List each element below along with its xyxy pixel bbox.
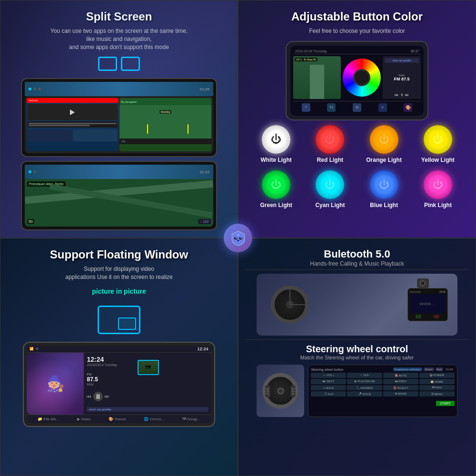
app-color[interactable]: 🎨 <box>404 103 412 112</box>
floating-window-icon <box>98 306 140 334</box>
app-theme[interactable]: Th <box>327 103 336 112</box>
blue-label: Blue Light <box>370 202 398 208</box>
white-label: White Light <box>260 157 291 163</box>
map-device-mockup: 01:02 Prenzlauer Allee, Berlin 50 ↑ 110 <box>21 161 217 230</box>
power-yellow: ⏻ <box>433 133 443 146</box>
ctrl-menu[interactable]: ☰ MENU <box>419 391 455 397</box>
svg-point-2 <box>235 237 237 238</box>
chrome-icon[interactable]: 🌐 Chrom... <box>144 417 164 421</box>
ctrl-mute[interactable]: 🔇 MUTE <box>383 373 418 378</box>
unit-nav: UR 4 - Te Ropa Rd <box>293 56 341 99</box>
app-steering[interactable]: St <box>353 103 361 112</box>
ctrl-answer[interactable]: 📞 ANSWER <box>347 385 382 390</box>
bt-icon: ⚙ <box>36 347 39 351</box>
ctrl-vol-minus[interactable]: ↔ VOL- <box>347 373 382 378</box>
pink-label: Pink Light <box>424 202 452 208</box>
color-panel-subtitle: Feel free to choose your favorite color <box>309 27 405 35</box>
ctrl-btns-grid: ↔ VOL+ ↔ VOL- 🔇 MUTE ⏻ POWER ⏭ NEXT <box>311 373 454 397</box>
steer-left-controls <box>266 385 270 397</box>
ctrl-vol-plus[interactable]: ↔ VOL+ <box>311 373 346 378</box>
start-button[interactable]: START <box>436 401 454 406</box>
steer-title: Steering wheel control <box>246 344 468 355</box>
steer-controls-area: Steering wheel button Impedance selectio… <box>257 365 457 417</box>
caller-id: 00000... <box>419 302 435 306</box>
color-orange[interactable]: ⏻ Orange Light <box>361 125 407 163</box>
color-yellow[interactable]: ⏻ Yellow Light <box>415 125 461 163</box>
app-tlinks[interactable]: T <box>302 103 310 112</box>
theme-icon[interactable]: 🎨 Theme <box>109 417 126 421</box>
floating-title: Support Floating Window <box>50 248 188 261</box>
bt-section: Buletooth 5.0 Hands-free Calling & Music… <box>246 246 468 270</box>
bt-title: Buletooth 5.0 <box>250 248 464 260</box>
floating-time: 12:24 <box>197 347 208 351</box>
color-buttons-grid: ⏻ White Light ⏻ Red Light ⏻ Orange Light… <box>248 120 466 213</box>
ctrl-header: Steering wheel button Impedance selectio… <box>311 367 454 371</box>
ctrl-navi[interactable]: 🗺 NAVI <box>419 385 455 390</box>
prev-btn[interactable]: ⏮ <box>87 394 91 399</box>
app-video[interactable]: V <box>378 103 387 112</box>
color-wheel-container <box>343 56 381 99</box>
red-label: Red Light <box>317 157 343 163</box>
files-icon[interactable]: 📁 File Me... <box>38 417 59 421</box>
color-blue[interactable]: ⏻ Blue Light <box>361 170 407 208</box>
device-screen: YouTube <box>25 96 213 153</box>
ctrl-reject[interactable]: 📵 REJECT <box>383 385 418 390</box>
next-btn[interactable]: ⏭ <box>105 394 109 399</box>
nav-direction: ↑ 110 <box>198 219 211 224</box>
split-device-mockup: 01:05 YouTube <box>21 78 217 157</box>
color-white[interactable]: ⏻ White Light <box>253 125 299 163</box>
ctrl-play[interactable]: ⏯ PLAY/PAUSE <box>347 379 382 384</box>
power-red: ⏻ <box>325 133 335 146</box>
googlemaps-icon[interactable]: 🗺 Googl... <box>182 417 200 421</box>
steering-btn-label: Steering wheel button <box>311 368 343 371</box>
color-pink[interactable]: ⏻ Pink Light <box>415 170 461 208</box>
color-green[interactable]: ⏻ Green Light <box>253 170 299 208</box>
color-panel-title: Adjustable Button Color <box>291 10 423 23</box>
nav-instruction: My prerogative <box>121 100 137 103</box>
play-icon[interactable]: ⏸ <box>400 93 404 97</box>
car-unit-screen: 2023-03-09 Thursday 20:17 UR 4 - Te Ropa… <box>290 46 424 116</box>
next-icon[interactable]: ⏭ <box>405 93 409 97</box>
call-accept[interactable]: ✓ <box>416 315 421 318</box>
media-controls: ⏮ ⏸ ⏭ <box>385 93 419 97</box>
ctrl-next[interactable]: ⏭ NEXT <box>311 379 346 384</box>
device-top-bar: 01:05 <box>25 82 213 96</box>
color-cyan[interactable]: ⏻ Cyan Light <box>307 170 353 208</box>
split-rect-right <box>121 57 140 71</box>
power-green: ⏻ <box>271 178 281 191</box>
floating-device-topbar: 📶 ⚙ 12:24 <box>27 346 211 353</box>
steer-subtitle: Match the Steering wheel of the car, dri… <box>246 355 468 360</box>
prev-icon[interactable]: ⏮ <box>395 93 398 97</box>
call-reject[interactable]: ✗ <box>434 315 439 318</box>
unit-time: 20:17 <box>410 50 419 53</box>
center-logo <box>224 224 252 252</box>
logo-svg <box>230 230 247 247</box>
nav-time: 110 <box>121 140 125 143</box>
ctrl-back[interactable]: ↩ BACK <box>311 385 346 390</box>
ctrl-home[interactable]: 🏠 HOME <box>419 379 455 384</box>
map-screen: Prenzlauer Allee, Berlin 50 ↑ 110 <box>25 179 213 227</box>
pip-icon <box>118 317 136 330</box>
color-wheel[interactable] <box>343 59 381 97</box>
screen-half-left: YouTube <box>27 98 119 151</box>
reset-btn[interactable]: Reset <box>424 367 434 371</box>
video-icon[interactable]: ▶ Video <box>77 417 91 421</box>
steering-section: Steering wheel control Match the Steerin… <box>246 339 468 362</box>
green-label: Green Light <box>260 202 292 208</box>
panel-bluetooth-steering: Buletooth 5.0 Hands-free Calling & Music… <box>238 238 476 476</box>
yellow-label: Yellow Light <box>421 157 455 163</box>
exit-btn[interactable]: Exit <box>436 367 443 371</box>
ctrl-mode[interactable]: M MODE <box>383 391 418 397</box>
floating-device-screen: 🧙 12:24 2023/03/14 Tuesday FM 87.5 MHz <box>27 353 211 415</box>
impedance-btn[interactable]: Impedance selection <box>393 367 422 371</box>
ctrl-voice[interactable]: 🎤 VOICE <box>347 391 382 397</box>
steer-wheel-photo <box>257 365 304 417</box>
color-red[interactable]: ⏻ Red Light <box>307 125 353 163</box>
media-ctrl: ⏮ ⏸ ⏭ <box>87 392 208 401</box>
nav-label: Wedding <box>159 110 172 114</box>
speed-limit: 50 <box>27 219 34 224</box>
ctrl-aux[interactable]: 🎵 AUX <box>311 391 346 397</box>
ctrl-prev[interactable]: ⏮ PREV <box>383 379 418 384</box>
play-btn[interactable]: ⏸ <box>93 392 103 401</box>
ctrl-power[interactable]: ⏻ POWER <box>419 373 455 378</box>
